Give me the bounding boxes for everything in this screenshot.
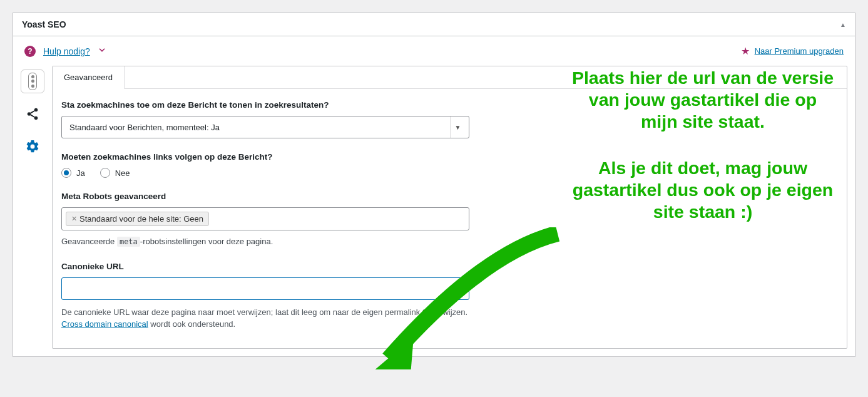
field-follow: Moeten zoekmachines links volgen op deze… [61,152,469,178]
meta-robots-tagbox[interactable]: ✕ Standaard voor de hele site: Geen [61,207,469,230]
tab-advanced[interactable]: Geavanceerd [53,66,125,89]
help-left: ? Hulp nodig? [24,46,106,57]
meta-robots-label: Meta Robots geavanceerd [61,192,469,201]
traffic-light-icon [28,73,37,90]
meta-robots-help: Geavanceerde meta-robotsinstellingen voo… [61,235,469,248]
radio-yes-label: Ja [76,168,85,178]
share-icon [26,107,39,121]
meta-robots-chip[interactable]: ✕ Standaard voor de hele site: Geen [66,212,209,226]
index-select[interactable]: Standaard voor Berichten, momenteel: Ja … [61,116,469,138]
follow-label: Moeten zoekmachines links volgen op deze… [61,152,469,162]
annotation-overlay: Plaats hier de url van de versie van jou… [568,67,837,223]
help-bar: ? Hulp nodig? ★ Naar Premium upgraden [13,36,855,66]
chip-remove-icon[interactable]: ✕ [71,215,77,223]
premium-bar: ★ Naar Premium upgraden [741,45,844,57]
canonical-label: Canonieke URL [61,262,469,271]
index-selected-value: Standaard voor Berichten, momenteel: Ja [69,123,220,132]
follow-radios: Ja Nee [61,168,469,178]
radio-yes[interactable]: Ja [61,168,85,178]
select-caret-icon: ▼ [450,116,465,138]
chevron-down-icon[interactable] [98,46,106,57]
chip-label: Standaard voor de hele site: Geen [79,214,203,224]
metabox-header[interactable]: Yoast SEO ▲ [13,13,855,36]
radio-no[interactable]: Nee [100,168,130,178]
star-icon: ★ [741,45,750,57]
meta-code: meta [117,237,140,247]
field-index: Sta zoekmachines toe om deze Bericht te … [61,100,469,138]
metabox-title: Yoast SEO [22,19,66,29]
annotation-text-2: Als je dit doet, mag jouw gastartikel du… [568,157,837,222]
vertical-tabs [21,66,44,349]
main-row: Geavanceerd Sta zoekmachines toe om deze… [13,66,855,356]
tab-settings[interactable] [21,135,44,158]
svg-point-2 [34,116,38,120]
canonical-input[interactable] [61,277,469,300]
radio-no-indicator [100,168,110,178]
index-label: Sta zoekmachines toe om deze Bericht te … [61,100,469,110]
help-icon[interactable]: ? [24,46,36,57]
radio-yes-indicator [61,168,71,178]
tab-seo-analysis[interactable] [21,70,44,93]
tab-social[interactable] [21,102,44,126]
radio-no-label: Nee [115,168,130,178]
field-canonical: Canonieke URL De canonieke URL waar deze… [61,262,469,331]
annotation-text-1: Plaats hier de url van de versie van jou… [568,67,837,132]
yoast-meta-box: Yoast SEO ▲ ? Hulp nodig? ★ Naar Premium… [13,13,855,357]
cross-domain-canonical-link[interactable]: Cross domain canonical [61,319,148,329]
svg-point-1 [28,112,31,116]
gear-icon [25,139,40,154]
premium-upgrade-link[interactable]: Naar Premium upgraden [755,46,844,56]
help-link[interactable]: Hulp nodig? [43,46,90,56]
svg-point-0 [34,108,38,112]
collapse-toggle-icon[interactable]: ▲ [840,21,846,28]
field-meta-robots: Meta Robots geavanceerd ✕ Standaard voor… [61,192,469,248]
canonical-description: De canonieke URL waar deze pagina naar m… [61,306,469,331]
form-area: Sta zoekmachines toe om deze Bericht te … [53,89,478,348]
